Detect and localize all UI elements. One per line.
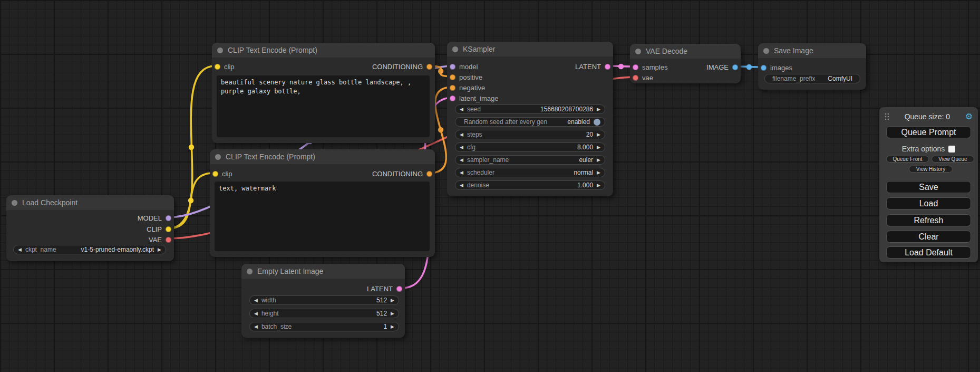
node-vae-decode[interactable]: VAE Decode samples vae IMAGE [630, 44, 741, 83]
node-title-bar[interactable]: VAE Decode [630, 44, 741, 59]
increment-arrow-icon[interactable]: ▶ [597, 158, 600, 163]
collapse-dot-icon[interactable] [217, 47, 223, 53]
increment-arrow-icon[interactable]: ▶ [597, 132, 600, 137]
link-dot[interactable] [438, 127, 443, 132]
model-port-icon[interactable] [166, 215, 171, 221]
decrement-arrow-icon[interactable]: ◀ [460, 183, 463, 188]
node-title-bar[interactable]: CLIP Text Encode (Prompt) [212, 43, 435, 58]
collapse-dot-icon[interactable] [763, 48, 769, 54]
conditioning-port-icon[interactable] [426, 171, 432, 177]
input-label: images [770, 64, 792, 72]
increment-arrow-icon[interactable]: ▶ [597, 145, 600, 150]
latent-port-icon[interactable] [450, 96, 455, 101]
batch-size-widget[interactable]: ◀ batch_size 1 ▶ [249, 322, 399, 331]
load-button[interactable]: Load [886, 197, 971, 209]
node-ksampler[interactable]: KSampler model positive negative latent_… [447, 42, 613, 196]
decrement-arrow-icon[interactable]: ◀ [460, 170, 463, 175]
random-seed-widget[interactable]: Random seed after every gen enabled [455, 117, 605, 127]
widget-label: cfg [467, 144, 476, 151]
prompt-textarea[interactable]: beautiful scenery nature glass bottle la… [217, 75, 430, 137]
collapse-dot-icon[interactable] [247, 269, 253, 274]
link-dot[interactable] [188, 198, 193, 203]
widget-label: width [261, 297, 276, 304]
widget-label: ckpt_name [25, 246, 56, 253]
decrement-arrow-icon[interactable]: ◀ [254, 298, 258, 303]
node-title-bar[interactable]: KSampler [447, 42, 613, 56]
link-dot[interactable] [746, 64, 752, 70]
widget-value: 512 [376, 310, 387, 317]
decrement-arrow-icon[interactable]: ◀ [18, 247, 22, 252]
decrement-arrow-icon[interactable]: ◀ [460, 132, 463, 137]
extra-options-checkbox[interactable] [948, 146, 955, 152]
increment-arrow-icon[interactable]: ▶ [391, 311, 394, 316]
steps-widget[interactable]: ◀ steps 20 ▶ [455, 130, 605, 139]
node-graph-canvas[interactable]: Load Checkpoint MODEL CLIP VAE ◀ ckpt_na… [0, 0, 980, 372]
latent-port-icon[interactable] [396, 286, 402, 292]
input-positive: positive [450, 73, 482, 81]
sampler-name-widget[interactable]: ◀ sampler_name euler ▶ [455, 155, 605, 165]
seed-widget[interactable]: ◀ seed 156680208700286 ▶ [455, 104, 605, 114]
node-clip-text-encode-positive[interactable]: CLIP Text Encode (Prompt) clip CONDITION… [212, 43, 435, 143]
node-clip-text-encode-negative[interactable]: CLIP Text Encode (Prompt) clip CONDITION… [210, 149, 435, 257]
save-button[interactable]: Save [886, 181, 971, 193]
queue-front-button[interactable]: Queue Front [886, 156, 929, 163]
queue-prompt-button[interactable]: Queue Prompt [886, 126, 971, 138]
latent-port-icon[interactable] [605, 64, 610, 70]
clip-port-icon[interactable] [215, 64, 220, 70]
random-seed-toggle[interactable] [594, 119, 600, 126]
width-widget[interactable]: ◀ width 512 ▶ [249, 295, 399, 305]
increment-arrow-icon[interactable]: ▶ [597, 183, 600, 188]
decrement-arrow-icon[interactable]: ◀ [460, 158, 463, 163]
node-empty-latent-image[interactable]: Empty Latent Image LATENT ◀ width 512 ▶ … [241, 264, 405, 338]
denoise-widget[interactable]: ◀ denoise 1.000 ▶ [455, 180, 605, 190]
decrement-arrow-icon[interactable]: ◀ [254, 325, 258, 329]
increment-arrow-icon[interactable]: ▶ [391, 325, 394, 329]
conditioning-port-icon[interactable] [450, 85, 455, 91]
image-port-icon[interactable] [732, 64, 738, 70]
link-dot[interactable] [189, 145, 194, 150]
load-default-button[interactable]: Load Default [886, 246, 971, 259]
widget-value: euler [579, 156, 593, 164]
collapse-dot-icon[interactable] [215, 154, 221, 160]
model-port-icon[interactable] [450, 64, 455, 70]
view-history-button[interactable]: View History [909, 166, 953, 173]
height-widget[interactable]: ◀ height 512 ▶ [249, 309, 399, 318]
node-load-checkpoint[interactable]: Load Checkpoint MODEL CLIP VAE ◀ ckpt_na… [6, 195, 174, 261]
node-title-bar[interactable]: Empty Latent Image [241, 264, 405, 279]
clip-port-icon[interactable] [166, 226, 171, 232]
node-title-bar[interactable]: CLIP Text Encode (Prompt) [210, 149, 435, 164]
filename-prefix-widget[interactable]: filename_prefix ComfyUI [764, 74, 860, 83]
increment-arrow-icon[interactable]: ▶ [158, 247, 161, 252]
node-title: KSampler [463, 45, 495, 53]
vae-port-icon[interactable] [166, 237, 171, 243]
increment-arrow-icon[interactable]: ▶ [597, 107, 600, 112]
link-dot[interactable] [618, 64, 624, 69]
ckpt-name-widget[interactable]: ◀ ckpt_name v1-5-pruned-emaonly.ckpt ▶ [13, 245, 166, 254]
image-port-icon[interactable] [761, 65, 766, 71]
collapse-dot-icon[interactable] [452, 46, 458, 52]
latent-port-icon[interactable] [633, 64, 638, 70]
vae-port-icon[interactable] [633, 75, 638, 81]
settings-gear-icon[interactable]: ⚙ [965, 112, 973, 121]
scheduler-widget[interactable]: ◀ scheduler normal ▶ [455, 168, 605, 177]
increment-arrow-icon[interactable]: ▶ [597, 170, 600, 175]
cfg-widget[interactable]: ◀ cfg 8.000 ▶ [455, 142, 605, 152]
increment-arrow-icon[interactable]: ▶ [391, 298, 394, 303]
node-save-image[interactable]: Save Image images filename_prefix ComfyU… [758, 43, 866, 90]
clear-button[interactable]: Clear [886, 231, 971, 243]
decrement-arrow-icon[interactable]: ◀ [254, 311, 258, 316]
collapse-dot-icon[interactable] [635, 49, 641, 54]
view-queue-button[interactable]: View Queue [932, 156, 974, 163]
node-title-bar[interactable]: Load Checkpoint [6, 195, 174, 210]
conditioning-port-icon[interactable] [450, 74, 455, 80]
collapse-dot-icon[interactable] [12, 200, 17, 206]
refresh-button[interactable]: Refresh [886, 214, 971, 226]
conditioning-port-icon[interactable] [426, 64, 432, 70]
prompt-textarea[interactable]: text, watermark [215, 182, 430, 251]
decrement-arrow-icon[interactable]: ◀ [460, 145, 463, 150]
clip-port-icon[interactable] [212, 171, 218, 177]
node-title-bar[interactable]: Save Image [758, 43, 866, 58]
link-dot[interactable] [438, 69, 443, 74]
drag-handle-icon[interactable] [885, 113, 889, 120]
decrement-arrow-icon[interactable]: ◀ [460, 107, 463, 112]
